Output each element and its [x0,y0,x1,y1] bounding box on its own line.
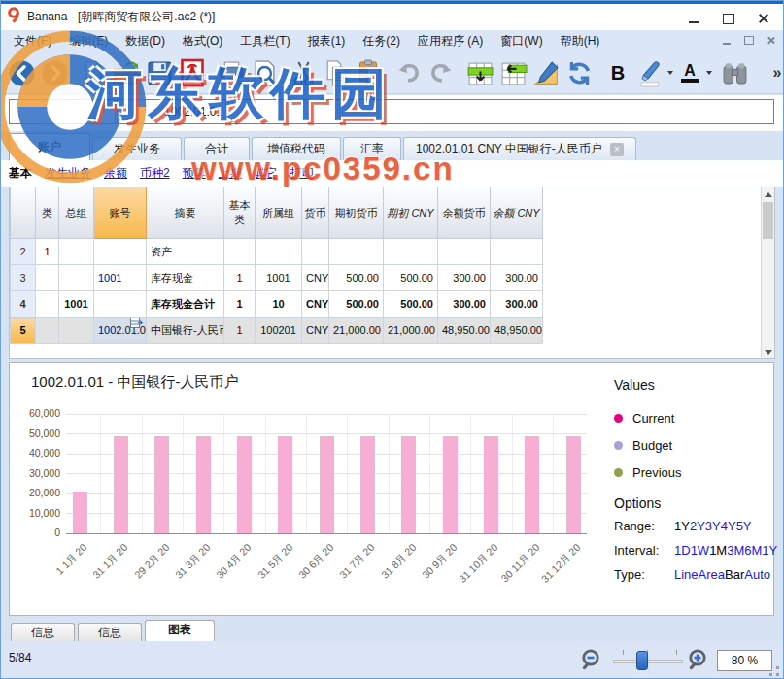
tab-account-card[interactable]: 1002.01.01 CNY 中国银行-人民币户× [403,137,636,160]
bottom-tab-info-2[interactable]: 信息 [78,623,142,641]
cell[interactable]: 10 [256,291,302,318]
cell[interactable] [224,239,256,265]
menu-item-tasks[interactable]: 任务(2) [354,30,409,52]
cell[interactable]: 1002.01.01 [94,318,147,344]
column-header[interactable]: 余额货币 [438,187,491,239]
insert-column-button[interactable] [496,54,529,91]
scroll-down-button[interactable] [762,345,774,358]
view-balance[interactable]: 余额 [104,165,127,182]
row-number-header[interactable] [11,187,36,239]
range-option-2y[interactable]: 2Y [690,519,705,533]
interval-option-1d[interactable]: 1D [674,543,691,558]
mdi-close-button[interactable] [764,34,778,47]
column-header[interactable]: 所属组 [256,187,302,239]
cell[interactable]: 48,950.00 [438,318,491,344]
cell[interactable] [36,291,59,318]
cell[interactable]: 1 [224,291,256,318]
cut-button[interactable] [287,54,320,91]
column-header[interactable]: 摘要 [147,187,224,239]
row-number[interactable]: 5 [11,318,36,344]
interval-option-1w[interactable]: 1W [691,543,710,558]
mdi-restore-button[interactable] [741,34,756,47]
formula-input[interactable]: 1002.01.01 [117,99,774,124]
forward-button[interactable] [38,54,71,91]
cell[interactable]: 1001 [256,265,302,291]
cell[interactable]: 21,000.00 [329,318,384,344]
cell[interactable]: 1 [224,265,256,291]
undo-button[interactable] [392,54,425,91]
menu-item-file[interactable]: 文件(F) [5,30,60,52]
print-button[interactable] [215,54,248,91]
column-header[interactable]: 期初货币 [329,187,384,239]
row-number[interactable]: 4 [11,291,36,318]
export-pdf-button[interactable] [176,54,209,91]
find-button[interactable] [718,54,751,91]
cell[interactable]: 300.00 [491,265,543,291]
cell[interactable]: CNY [302,265,329,291]
tab-exchange-rates[interactable]: 汇率 [343,137,401,160]
cell[interactable] [384,239,438,265]
view-currency2[interactable]: 币种2 [140,165,170,182]
cell[interactable] [36,265,59,291]
cell[interactable] [438,239,491,265]
cell[interactable]: 100201 [256,318,302,344]
cell[interactable]: 库存现金合计 [147,291,224,318]
cell[interactable]: 中国银行-人民币户 [147,318,224,344]
view-print[interactable]: 打印 [290,165,314,182]
type-option-area[interactable]: Area [699,567,725,582]
cell[interactable] [256,239,302,265]
cell[interactable]: 500.00 [329,291,384,318]
cell[interactable] [94,239,147,265]
bold-button[interactable]: B [601,54,634,91]
cell[interactable]: 21,000.00 [384,318,438,344]
column-header[interactable]: 货币 [302,187,329,239]
cell[interactable]: 300.00 [438,265,491,291]
zoom-out-button[interactable] [580,648,604,672]
menu-item-reports[interactable]: 报表(1) [299,30,355,52]
column-header[interactable]: 总组 [59,187,94,239]
close-button[interactable] [746,8,781,29]
range-option-1y[interactable]: 1Y [674,519,690,533]
legend-item-previous[interactable]: Previous [614,458,682,486]
cell[interactable]: 1 [36,239,59,265]
cell[interactable]: 300.00 [438,291,491,318]
cell[interactable]: 500.00 [384,291,438,318]
menu-item-apps[interactable]: 应用程序 (A) [409,30,492,52]
cell[interactable]: 300.00 [491,291,543,318]
cell[interactable]: CNY [302,291,329,318]
column-header[interactable]: 基本类 [224,187,256,239]
insert-row-button[interactable] [463,54,496,91]
cell[interactable] [59,239,94,265]
print-preview-button[interactable] [248,54,281,91]
cell[interactable] [329,239,384,265]
legend-item-current[interactable]: Current [614,404,682,431]
tab-vat-codes[interactable]: 增值税代码 [252,137,341,160]
menu-item-window[interactable]: 窗口(W) [492,30,551,52]
column-header[interactable]: 类 [36,187,59,239]
range-option-4y[interactable]: 4Y [721,519,736,533]
cell[interactable]: CNY [302,318,329,344]
mdi-minimize-button[interactable] [719,34,733,47]
tab-close-icon[interactable]: × [610,143,624,156]
cell[interactable]: 库存现金 [147,265,224,291]
cell[interactable]: 1001 [94,265,147,291]
type-option-auto[interactable]: Auto [744,567,770,582]
resize-grip[interactable] [769,666,780,677]
range-option-3y[interactable]: 3Y [705,519,721,533]
table-scrollbar[interactable] [761,187,774,358]
font-color-dropdown-button[interactable] [706,54,712,91]
cell-reference-box[interactable] [9,99,116,124]
view-transactions[interactable]: 发生业务 [45,165,91,182]
menu-item-toolbar[interactable]: 工具栏(T) [231,30,298,52]
legend-item-budget[interactable]: Budget [614,431,682,458]
menu-item-edit[interactable]: 编辑(E) [60,30,117,52]
view-budget[interactable]: 预算 [183,165,206,182]
paste-button[interactable] [353,54,386,91]
menu-item-data[interactable]: 数据(D) [117,30,174,52]
row-number[interactable]: 2 [11,239,36,265]
column-header[interactable]: 期初 CNY [384,187,438,239]
menu-item-format[interactable]: 格式(O) [174,30,231,52]
more-tools-button[interactable]: » [761,54,784,91]
range-option-5y[interactable]: 5Y [736,519,752,533]
cell[interactable]: 1001 [59,291,94,318]
